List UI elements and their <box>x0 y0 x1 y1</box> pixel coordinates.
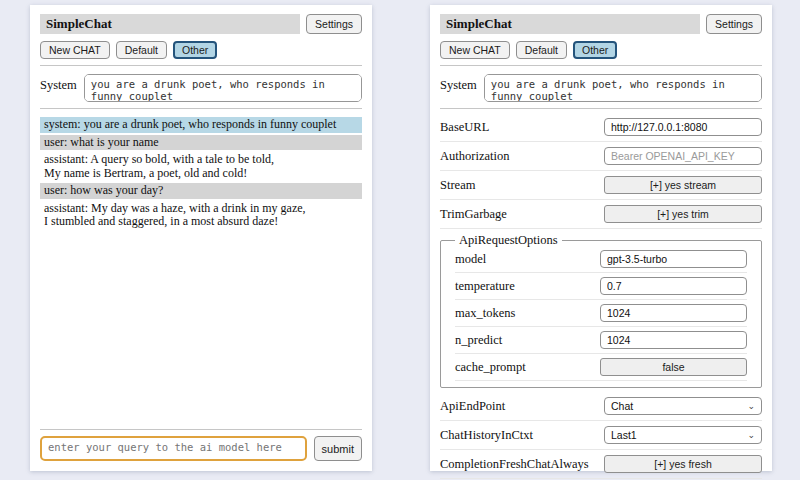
chat-message-user: user: how was your day? <box>40 183 362 199</box>
chat-message-user: user: what is your name <box>40 135 362 151</box>
chat-message-assistant: assistant: My day was a haze, with a dri… <box>40 201 362 230</box>
baseurl-label: BaseURL <box>440 120 489 135</box>
api-endpoint-label: ApiEndPoint <box>440 399 505 414</box>
new-chat-button[interactable]: New CHAT <box>40 41 110 59</box>
settings-panel: SimpleChat Settings New CHAT Default Oth… <box>430 5 772 471</box>
stream-label: Stream <box>440 178 475 193</box>
system-prompt-row: System you are a drunk poet, who respond… <box>40 74 362 102</box>
completion-fresh-toggle-button[interactable]: [+] yes fresh <box>604 455 762 473</box>
cache-prompt-toggle-button[interactable]: false <box>600 358 747 376</box>
n-predict-label: n_predict <box>455 333 502 348</box>
system-prompt-label: System <box>40 74 77 102</box>
query-footer: submit <box>40 423 362 461</box>
app-title: SimpleChat <box>440 14 700 34</box>
chevron-down-icon: ⌄ <box>747 431 755 439</box>
setting-row-cache-prompt: cache_prompt false <box>455 356 747 381</box>
api-request-options-legend: ApiRequestOptions <box>455 233 562 248</box>
session-tab-default[interactable]: Default <box>116 41 167 59</box>
app-title: SimpleChat <box>40 14 300 34</box>
baseurl-input[interactable] <box>604 118 762 136</box>
authorization-input[interactable] <box>604 147 762 165</box>
api-request-options-fieldset: ApiRequestOptions model temperature max_… <box>440 233 762 388</box>
stream-toggle-button[interactable]: [+] yes stream <box>604 176 762 194</box>
session-tab-other[interactable]: Other <box>573 41 617 59</box>
submit-button[interactable]: submit <box>314 436 362 461</box>
temperature-input[interactable] <box>600 277 747 295</box>
setting-row-temperature: temperature <box>455 275 747 300</box>
temperature-label: temperature <box>455 279 515 294</box>
authorization-label: Authorization <box>440 149 509 164</box>
setting-row-max-tokens: max_tokens <box>455 302 747 327</box>
system-prompt-input[interactable]: you are a drunk poet, who responds in fu… <box>484 74 762 102</box>
system-prompt-label: System <box>440 74 477 102</box>
header: SimpleChat Settings <box>440 14 762 34</box>
api-endpoint-selected-value: Chat <box>611 400 633 412</box>
completion-fresh-label: CompletionFreshChatAlways <box>440 457 589 472</box>
chevron-down-icon: ⌄ <box>747 402 755 410</box>
system-prompt-input[interactable]: you are a drunk poet, who responds in fu… <box>84 74 362 102</box>
chat-panel: SimpleChat Settings New CHAT Default Oth… <box>30 5 372 471</box>
setting-row-trimgarbage: TrimGarbage [+] yes trim <box>440 202 762 229</box>
chat-history-selected-value: Last1 <box>611 429 637 441</box>
chat-message-system: system: you are a drunk poet, who respon… <box>40 117 362 133</box>
setting-row-chat-history: ChatHistoryInCtxt Last1 ⌄ <box>440 423 762 450</box>
chat-message-assistant: assistant: A query so bold, with a tale … <box>40 152 362 181</box>
session-tab-other[interactable]: Other <box>173 41 217 59</box>
settings-button[interactable]: Settings <box>306 14 362 34</box>
query-input[interactable] <box>40 436 307 461</box>
trimgarbage-label: TrimGarbage <box>440 207 507 222</box>
max-tokens-label: max_tokens <box>455 306 515 321</box>
cache-prompt-label: cache_prompt <box>455 360 526 375</box>
divider <box>40 429 362 430</box>
model-input[interactable] <box>600 250 747 268</box>
setting-row-stream: Stream [+] yes stream <box>440 173 762 200</box>
system-prompt-row: System you are a drunk poet, who respond… <box>440 74 762 102</box>
max-tokens-input[interactable] <box>600 304 747 322</box>
divider <box>40 108 362 109</box>
divider <box>440 65 762 66</box>
chat-history-select[interactable]: Last1 ⌄ <box>604 426 762 444</box>
header: SimpleChat Settings <box>40 14 362 34</box>
setting-row-api-endpoint: ApiEndPoint Chat ⌄ <box>440 394 762 421</box>
setting-row-authorization: Authorization <box>440 144 762 171</box>
new-chat-button[interactable]: New CHAT <box>440 41 510 59</box>
chat-log: system: you are a drunk poet, who respon… <box>40 117 362 232</box>
session-tab-default[interactable]: Default <box>516 41 567 59</box>
trimgarbage-toggle-button[interactable]: [+] yes trim <box>604 205 762 223</box>
settings-button[interactable]: Settings <box>706 14 762 34</box>
divider <box>40 65 362 66</box>
divider <box>440 108 762 109</box>
api-endpoint-select[interactable]: Chat ⌄ <box>604 397 762 415</box>
model-label: model <box>455 252 486 267</box>
n-predict-input[interactable] <box>600 331 747 349</box>
chat-history-label: ChatHistoryInCtxt <box>440 428 533 443</box>
session-toolbar: New CHAT Default Other <box>440 41 762 59</box>
setting-row-n-predict: n_predict <box>455 329 747 354</box>
setting-row-baseurl: BaseURL <box>440 115 762 142</box>
setting-row-completion-fresh: CompletionFreshChatAlways [+] yes fresh <box>440 452 762 479</box>
session-toolbar: New CHAT Default Other <box>40 41 362 59</box>
setting-row-model: model <box>455 248 747 273</box>
